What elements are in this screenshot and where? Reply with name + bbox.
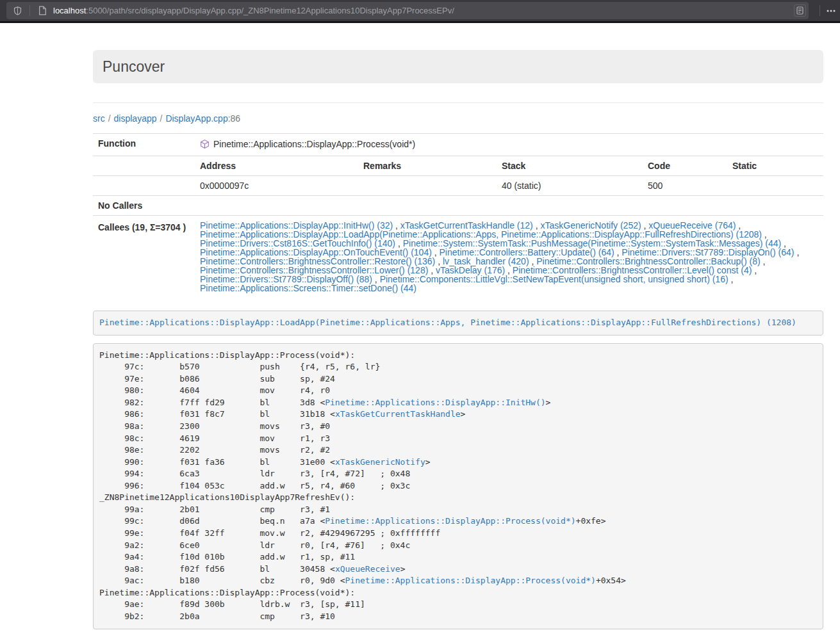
function-name: Pinetime::Applications::DisplayApp::Proc…	[213, 139, 415, 149]
asm-line: Pinetime::Applications::DisplayApp::Proc…	[99, 350, 817, 362]
shield-icon[interactable]	[10, 4, 24, 18]
breadcrumb-link-file[interactable]: DisplayApp.cpp	[165, 113, 227, 124]
asm-symbol-link[interactable]: Pinetime::Applications::DisplayApp::Proc…	[325, 516, 575, 526]
function-cube-icon	[200, 139, 210, 150]
asm-symbol-link[interactable]: xQueueReceive	[335, 564, 400, 574]
page-container: Puncover src/displayapp/DisplayApp.cpp:8…	[93, 23, 823, 629]
asm-line: 990: f031 fa36 bl 31e00 <xTaskGenericNot…	[99, 457, 817, 469]
function-label: Function	[93, 134, 195, 156]
code-value: 500	[643, 176, 727, 196]
stats-value-row: 0x0000097c 40 (static) 500	[93, 176, 823, 196]
no-callers-label: No Callers	[93, 196, 195, 216]
callee-separator: ,	[761, 256, 766, 266]
page-title: Puncover	[103, 58, 165, 76]
asm-line: 9a4: f10d 010b add.w r1, sp, #11	[99, 551, 817, 563]
callees-list: Pinetime::Applications::DisplayApp::Init…	[195, 216, 823, 298]
asm-line: 99a: 2b01 cmp r3, #1	[99, 504, 817, 516]
column-header-static: Static	[727, 156, 823, 176]
divider	[93, 102, 823, 103]
callee-link[interactable]: Pinetime::Components::LittleVgl::SetNewT…	[380, 274, 729, 284]
column-header-code: Code	[643, 156, 727, 176]
url-text[interactable]: localhost:5000/path/src/displayapp/Displ…	[53, 6, 794, 15]
callees-label: Callees (19, Σ=3704 )	[93, 216, 195, 298]
asm-line: _ZN8Pinetime12Applications10DisplayApp7R…	[99, 492, 817, 504]
asm-line: 9ae: f89d 300b ldrb.w r3, [sp, #11]	[99, 599, 817, 611]
asm-symbol-link[interactable]: xTaskGenericNotify	[335, 457, 425, 467]
address-value: 0x0000097c	[195, 176, 358, 196]
asm-line: 99e: f04f 32ff mov.w r2, #4294967295 ; 0…	[99, 528, 817, 540]
column-header-address: Address	[195, 156, 358, 176]
no-callers-row: No Callers	[93, 196, 823, 216]
callee-separator: ,	[729, 274, 734, 284]
asm-line: 996: f104 053c add.w r5, r4, #60 ; 0x3c	[99, 480, 817, 492]
url-bar[interactable]: localhost:5000/path/src/displayapp/Displ…	[6, 2, 809, 19]
callee-separator: ,	[795, 247, 800, 257]
asm-line: 980: 4604 mov r4, r0	[99, 385, 817, 397]
asm-line: 9ac: b180 cbz r0, 9d0 <Pinetime::Applica…	[99, 575, 817, 587]
column-header-remarks: Remarks	[358, 156, 497, 176]
asm-symbol-link[interactable]: Pinetime::Applications::DisplayApp::Proc…	[345, 576, 596, 585]
selected-callee-block: Pinetime::Applications::DisplayApp::Load…	[93, 311, 823, 336]
toolbar-divider	[819, 5, 820, 16]
url-path: :5000/path/src/displayapp/DisplayApp.cpp…	[86, 6, 454, 15]
reader-mode-icon[interactable]	[794, 4, 806, 17]
asm-symbol-link[interactable]: Pinetime::Applications::DisplayApp::Init…	[325, 398, 545, 407]
column-header-stack: Stack	[497, 156, 643, 176]
function-row: Function Pinetime::Applications::Display…	[93, 134, 823, 156]
breadcrumb-link-displayapp[interactable]: displayapp	[114, 113, 157, 124]
callee-separator: ,	[752, 265, 757, 275]
asm-line: 9a2: 6ce0 ldr r0, [r4, #76] ; 0x4c	[99, 540, 817, 552]
asm-line: 982: f7ff fd29 bl 3d8 <Pinetime::Applica…	[99, 397, 817, 409]
asm-line: 97c: b570 push {r4, r5, r6, lr}	[99, 361, 817, 373]
breadcrumb: src/displayapp/DisplayApp.cpp:86	[93, 112, 823, 125]
callees-row: Callees (19, Σ=3704 ) Pinetime::Applicat…	[93, 216, 823, 298]
overflow-menu-icon[interactable]	[826, 6, 836, 16]
asm-line: 99c: d06d beq.n a7a <Pinetime::Applicati…	[99, 515, 817, 528]
remarks-value	[358, 176, 497, 196]
function-table: Function Pinetime::Applications::Display…	[93, 133, 823, 298]
breadcrumb-link-src[interactable]: src	[93, 113, 105, 124]
asm-line: 98c: 4619 mov r1, r3	[99, 433, 817, 445]
asm-line: 994: 6ca3 ldr r3, [r4, #72] ; 0x48	[99, 468, 817, 480]
breadcrumb-separator: /	[160, 113, 163, 124]
asm-line: 9a8: f02f fd56 bl 30458 <xQueueReceive>	[99, 563, 817, 576]
asm-line: 98e: 2202 movs r2, #2	[99, 444, 817, 457]
asm-line: 9b2: 2b0a cmp r3, #10	[99, 611, 817, 623]
app-banner: Puncover	[93, 50, 823, 83]
asm-line: 98a: 2300 movs r3, #0	[99, 421, 817, 433]
asm-line: Pinetime::Applications::DisplayApp::Proc…	[99, 587, 817, 599]
asm-line: 986: f031 f8c7 bl 31b18 <xTaskGetCurrent…	[99, 408, 817, 421]
assembly-block: Pinetime::Applications::DisplayApp::Proc…	[93, 343, 823, 629]
page-info-icon[interactable]	[35, 4, 49, 18]
breadcrumb-separator: /	[108, 113, 111, 124]
url-host: localhost	[53, 6, 86, 15]
browser-toolbar: localhost:5000/path/src/displayapp/Displ…	[0, 0, 840, 21]
selected-callee-link[interactable]: Pinetime::Applications::DisplayApp::Load…	[99, 318, 796, 327]
asm-line: 97e: b086 sub sp, #24	[99, 373, 817, 385]
asm-symbol-link[interactable]: xTaskGetCurrentTaskHandle	[335, 409, 461, 419]
static-value	[727, 176, 823, 196]
stats-header-row: Address Remarks Stack Code Static	[93, 156, 823, 176]
callee-link[interactable]: Pinetime::Applications::Screens::Timer::…	[200, 283, 416, 293]
urlbar-divider	[29, 5, 30, 16]
stack-value: 40 (static)	[497, 176, 643, 196]
assembly-code: Pinetime::Applications::DisplayApp::Proc…	[99, 350, 817, 623]
breadcrumb-line-number: :86	[228, 113, 240, 124]
